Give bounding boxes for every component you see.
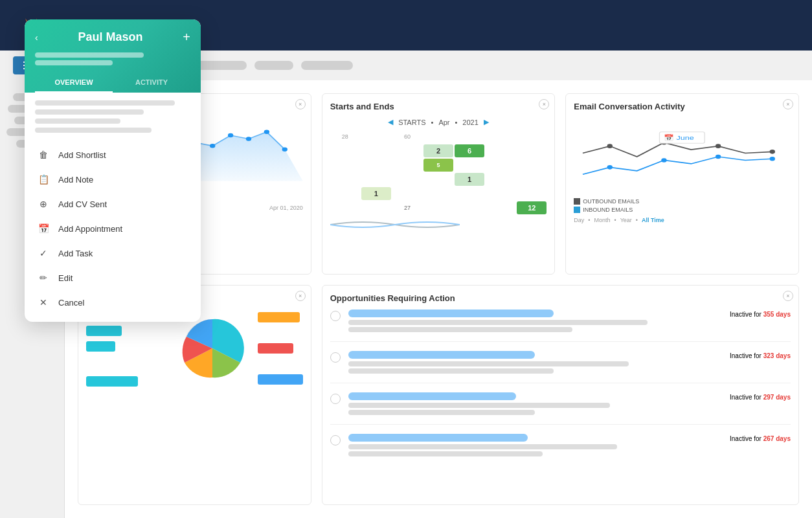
leads-close[interactable]: × (295, 291, 306, 301)
cal-r2-1 (330, 159, 360, 172)
opps-close[interactable]: × (783, 291, 793, 301)
card-pl-1 (35, 100, 175, 106)
leads-right-bars (258, 312, 303, 385)
cal-h-5 (455, 130, 484, 143)
opp-circle-1 (330, 311, 341, 321)
cal-r3-6 (486, 173, 515, 186)
cal-r5-5 (455, 201, 484, 214)
cal-r1-6 (486, 144, 515, 157)
cal-r4-4 (423, 187, 453, 200)
right-bar-1 (258, 312, 300, 322)
email-close[interactable]: × (783, 99, 793, 109)
cal-r5-6 (486, 201, 515, 214)
cal-r4-5 (455, 187, 484, 200)
filter-month[interactable]: Month (594, 217, 611, 223)
nav-item-4 (301, 61, 353, 70)
opp-days-1: 355 days (763, 311, 791, 318)
menu-item-note[interactable]: 📋 Add Note (35, 168, 190, 191)
opp-tl-1b (348, 327, 572, 332)
chart-job-date: Apr 01, 2020 (269, 205, 303, 211)
legend-outbound-label: OUTBOUND EMAILS (583, 198, 639, 205)
opp-tl-3b (348, 410, 536, 415)
opp-days-4: 267 days (763, 435, 791, 442)
svg-point-14 (228, 133, 233, 138)
opp-row-3: Inactive for 297 days (330, 392, 791, 425)
menu-item-cv[interactable]: ⊕ Add CV Sent (35, 192, 190, 216)
cal-r3-7 (517, 173, 547, 186)
filter-alltime[interactable]: All Time (642, 217, 664, 223)
opp-bar-1 (348, 310, 554, 317)
opps-widget: Opportunities Requiring Action × Inactiv… (322, 285, 799, 505)
cal-r1-2 (361, 144, 391, 157)
menu-item-task[interactable]: ✓ Add Task (35, 242, 190, 265)
cal-r2-4: 5 (423, 159, 453, 172)
cal-month: Apr (438, 118, 449, 126)
opp-inactive-2: Inactive for 323 days (730, 351, 791, 359)
email-legend: OUTBOUND EMAILS INBOUND EMAILS (574, 198, 791, 213)
task-icon: ✓ (38, 247, 49, 259)
card-sub-line-1 (35, 52, 144, 58)
starts-ends-widget: Starts and Ends × ◀ STARTS • Apr • 2021 … (322, 93, 556, 275)
legend-inbound-label: INBOUND EMAILS (583, 207, 633, 213)
opp-row-1: Inactive for 355 days (330, 310, 791, 342)
card-tab-activity[interactable]: ACTIVITY (113, 73, 190, 93)
opp-inactive-4: Inactive for 267 days (730, 434, 791, 442)
legend-outbound-color (574, 198, 580, 205)
edit-label: Edit (58, 273, 73, 283)
svg-point-17 (282, 148, 288, 152)
cal-r4-6 (486, 187, 515, 200)
menu-item-appointment[interactable]: 📅 Add Appointment (35, 217, 190, 240)
menu-item-cancel[interactable]: ✕ Cancel (35, 291, 190, 314)
cal-r4-7 (517, 187, 547, 200)
cal-r5-4 (423, 201, 453, 214)
appointment-label: Add Appointment (58, 224, 122, 234)
starts-ends-close[interactable]: × (539, 99, 549, 109)
cal-dot-2: • (455, 118, 458, 126)
cal-r2-7 (517, 159, 547, 172)
legend-inbound: INBOUND EMAILS (574, 207, 791, 213)
card-nav-row: ‹ Paul Mason + (35, 30, 190, 45)
floating-profile-card: ‹ Paul Mason + OVERVIEW ACTIVITY 🗑 Add S… (25, 19, 201, 322)
cal-r2-2 (361, 159, 391, 172)
cal-h-7 (517, 130, 547, 143)
opp-circle-2 (330, 352, 341, 363)
jobs-close-btn[interactable]: × (295, 99, 306, 109)
cal-r5-2 (361, 201, 391, 214)
card-body: 🗑 Add Shortlist 📋 Add Note ⊕ Add CV Sent… (25, 93, 201, 322)
menu-item-shortlist[interactable]: 🗑 Add Shortlist (35, 143, 190, 166)
cal-r1-1 (330, 144, 360, 157)
card-pl-4 (35, 128, 152, 133)
card-header: ‹ Paul Mason + OVERVIEW ACTIVITY (25, 19, 201, 93)
opps-title: Opportunities Requiring Action (330, 293, 791, 303)
cal-r3-3 (392, 173, 422, 186)
opp-inactive-3: Inactive for 297 days (730, 392, 791, 401)
shortlist-icon: 🗑 (38, 149, 49, 161)
svg-point-16 (264, 130, 269, 134)
menu-item-edit[interactable]: ✏ Edit (35, 266, 190, 289)
cal-r2-5 (455, 159, 484, 172)
card-back-btn[interactable]: ‹ (35, 32, 38, 43)
card-tab-overview[interactable]: OVERVIEW (35, 73, 113, 93)
cal-r4-1 (330, 187, 360, 200)
filter-year[interactable]: Year (620, 217, 632, 223)
cal-nav-left[interactable]: ◀ (388, 118, 393, 126)
opp-left-3 (348, 392, 722, 415)
right-bar-3 (258, 374, 303, 385)
opp-tl-1a (348, 320, 648, 325)
task-label: Add Task (58, 249, 93, 258)
filter-day[interactable]: Day (574, 217, 584, 223)
cal-nav-right[interactable]: ▶ (484, 118, 489, 126)
right-bar-2 (258, 343, 293, 354)
card-plus-btn[interactable]: + (183, 30, 190, 45)
opp-circle-4 (330, 435, 341, 445)
cal-r3-5: 1 (455, 173, 484, 186)
opp-bar-3 (348, 392, 517, 400)
opp-bar-2 (348, 351, 536, 359)
opp-row-4: Inactive for 267 days (330, 434, 791, 466)
cal-wave (330, 217, 460, 232)
svg-point-30 (770, 157, 775, 161)
cal-h-4 (423, 130, 453, 143)
svg-point-13 (210, 144, 215, 148)
card-sub-line-2 (35, 60, 113, 65)
opp-left-1 (348, 310, 722, 332)
